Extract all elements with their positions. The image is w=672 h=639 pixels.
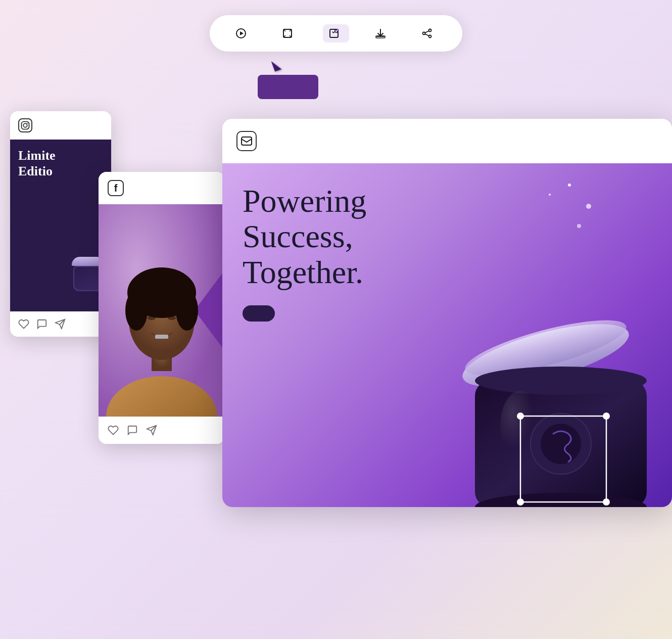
- person-photo: [99, 204, 225, 417]
- resize-icon: [281, 27, 294, 39]
- heart-icon: [18, 318, 29, 330]
- sparkle-2: [586, 204, 591, 209]
- svg-point-31: [475, 367, 647, 395]
- svg-rect-9: [22, 122, 29, 129]
- auto-create-button[interactable]: [323, 24, 349, 42]
- share-button[interactable]: [416, 24, 442, 42]
- svg-point-10: [23, 123, 27, 127]
- svg-point-38: [603, 413, 610, 420]
- facebook-comment-icon: [127, 425, 138, 436]
- instagram-card-title: LimiteEditio: [18, 148, 103, 179]
- instagram-card-footer: [10, 311, 111, 337]
- svg-point-22: [125, 290, 148, 331]
- sparkle-1: [568, 184, 571, 187]
- email-card-header: [222, 119, 672, 163]
- svg-marker-1: [240, 31, 244, 35]
- facebook-card-header: f: [99, 172, 225, 204]
- facebook-card-body: [99, 204, 225, 417]
- svg-point-6: [429, 29, 431, 32]
- svg-point-7: [423, 32, 425, 35]
- instagram-platform-icon: [18, 118, 32, 132]
- svg-point-23: [176, 290, 198, 331]
- purple-tooltip: [258, 75, 318, 99]
- svg-point-39: [517, 498, 524, 506]
- download-icon: [374, 27, 387, 39]
- sparkle-3: [549, 194, 551, 196]
- email-card-body: PoweringSuccess,Together.: [222, 163, 672, 507]
- animate-icon: [235, 27, 247, 39]
- facebook-send-icon: [146, 425, 157, 436]
- facebook-heart-icon: [108, 425, 119, 436]
- learn-more-button[interactable]: [243, 305, 275, 322]
- svg-rect-27: [242, 137, 252, 145]
- email-platform-icon: [236, 131, 257, 151]
- facebook-card-footer: [99, 417, 225, 444]
- instagram-card-body: LimiteEditio: [10, 140, 111, 311]
- svg-point-40: [603, 498, 610, 506]
- email-headline: PoweringSuccess,Together.: [243, 184, 445, 290]
- share-icon: [421, 27, 433, 39]
- instagram-card: LimiteEditio: [10, 111, 111, 337]
- auto-create-icon: [328, 27, 340, 39]
- svg-rect-24: [155, 335, 168, 339]
- svg-point-35: [541, 424, 581, 464]
- cursor-pointer: [271, 59, 282, 71]
- person-svg: [99, 204, 225, 417]
- toolbar: [210, 15, 462, 52]
- product-jar-large: [445, 295, 672, 507]
- comment-icon: [36, 318, 47, 330]
- animate-button[interactable]: [230, 24, 256, 42]
- svg-point-11: [27, 123, 28, 124]
- resize-button[interactable]: [276, 24, 303, 42]
- send-icon: [55, 318, 66, 330]
- email-card: PoweringSuccess,Together.: [222, 119, 672, 507]
- sparkle-4: [577, 224, 581, 228]
- svg-point-37: [517, 413, 524, 420]
- jar-svg: [445, 295, 672, 507]
- instagram-card-header: [10, 111, 111, 140]
- download-button[interactable]: [369, 24, 396, 42]
- svg-point-8: [429, 35, 431, 38]
- purple-sphere-decoration: [551, 163, 672, 295]
- facebook-card: f: [99, 172, 225, 444]
- facebook-platform-icon: f: [108, 180, 124, 196]
